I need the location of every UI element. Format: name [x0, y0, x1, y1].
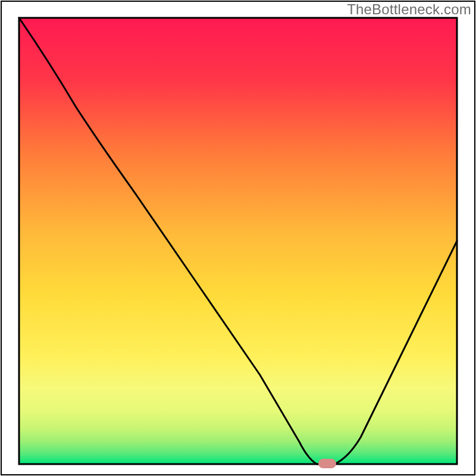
watermark-text: TheBottleneck.com — [347, 1, 471, 18]
plot-background — [19, 18, 457, 464]
chart-svg — [0, 0, 476, 476]
optimal-point-marker — [318, 459, 336, 468]
chart-canvas: TheBottleneck.com — [0, 0, 476, 476]
